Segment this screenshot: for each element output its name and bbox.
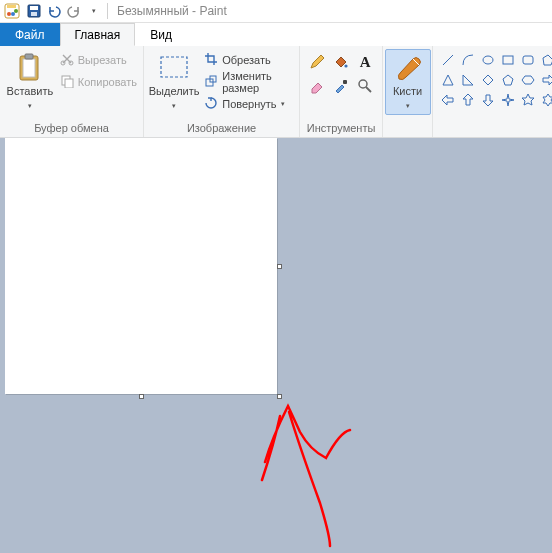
svg-rect-7 (31, 12, 37, 16)
resize-handle-se[interactable] (277, 394, 282, 399)
svg-rect-9 (23, 59, 35, 77)
svg-point-21 (483, 56, 493, 64)
group-image: Выделить▾ Обрезать Изменить размер Повер… (144, 46, 300, 137)
tab-file[interactable]: Файл (0, 23, 60, 46)
select-label: Выделить (149, 85, 200, 97)
resize-button[interactable]: Изменить размер (202, 71, 295, 93)
shape-arrow-left-icon[interactable] (439, 91, 457, 109)
select-button[interactable]: Выделить▾ (148, 49, 200, 115)
shape-right-triangle-icon[interactable] (459, 71, 477, 89)
chevron-down-icon: ▾ (406, 102, 410, 109)
svg-rect-19 (343, 80, 347, 84)
cut-label: Вырезать (78, 54, 127, 66)
crop-button[interactable]: Обрезать (202, 49, 295, 71)
chevron-down-icon: ▾ (281, 100, 285, 108)
canvas[interactable] (5, 138, 277, 394)
title-bar: ▾ Безымянный - Paint (0, 0, 552, 23)
svg-point-18 (344, 64, 347, 67)
svg-point-1 (7, 12, 11, 16)
shape-pentagon-icon[interactable] (499, 71, 517, 89)
resize-label: Изменить размер (222, 70, 293, 94)
copy-button[interactable]: Копировать (58, 71, 139, 93)
copy-label: Копировать (78, 76, 137, 88)
ribbon: Вставить▾ Вырезать Копировать Буфер обме… (0, 46, 552, 138)
redo-button[interactable] (64, 1, 84, 21)
svg-rect-6 (30, 6, 38, 10)
svg-rect-15 (161, 57, 187, 77)
picker-tool[interactable] (330, 75, 352, 97)
group-clipboard: Вставить▾ Вырезать Копировать Буфер обме… (0, 46, 144, 137)
scissors-icon (60, 52, 74, 68)
paste-label: Вставить (7, 85, 54, 97)
tab-view-label: Вид (150, 28, 172, 42)
group-image-label: Изображение (148, 120, 295, 137)
ribbon-tabs: Файл Главная Вид (0, 23, 552, 46)
group-shapes-label (437, 120, 552, 137)
resize-handle-e[interactable] (277, 264, 282, 269)
workspace (0, 138, 552, 553)
brush-icon (392, 52, 424, 84)
brushes-button[interactable]: Кисти▾ (385, 49, 431, 115)
tab-home[interactable]: Главная (60, 23, 136, 46)
shape-star6-icon[interactable] (539, 91, 552, 109)
bucket-tool[interactable] (330, 51, 352, 73)
group-brushes-label (387, 120, 428, 137)
crop-label: Обрезать (222, 54, 271, 66)
paste-button[interactable]: Вставить▾ (4, 49, 56, 115)
brushes-label: Кисти (393, 85, 422, 97)
save-button[interactable] (24, 1, 44, 21)
svg-rect-10 (25, 54, 33, 59)
shape-rect-icon[interactable] (499, 51, 517, 69)
svg-rect-22 (503, 56, 513, 64)
shape-line-icon[interactable] (439, 51, 457, 69)
tab-file-label: Файл (15, 28, 45, 42)
svg-rect-14 (65, 79, 73, 88)
text-tool[interactable]: A (354, 51, 376, 73)
select-rect-icon (158, 52, 190, 84)
group-shapes (433, 46, 552, 137)
resize-icon (204, 74, 218, 90)
shape-arrow-up-icon[interactable] (459, 91, 477, 109)
qat-customize-button[interactable]: ▾ (84, 1, 104, 21)
svg-point-3 (14, 9, 18, 13)
svg-point-20 (359, 80, 367, 88)
rotate-label: Повернуть (222, 98, 276, 110)
shape-triangle-icon[interactable] (439, 71, 457, 89)
tab-home-label: Главная (75, 28, 121, 42)
shape-curve-icon[interactable] (459, 51, 477, 69)
crop-icon (204, 52, 218, 68)
tab-view[interactable]: Вид (135, 23, 187, 46)
group-tools: A Инструменты (300, 46, 383, 137)
eraser-tool[interactable] (306, 75, 328, 97)
separator (107, 3, 108, 19)
shape-arrow-down-icon[interactable] (479, 91, 497, 109)
group-clipboard-label: Буфер обмена (4, 120, 139, 137)
shape-star4-icon[interactable] (499, 91, 517, 109)
rotate-button[interactable]: Повернуть ▾ (202, 93, 295, 115)
undo-button[interactable] (44, 1, 64, 21)
shape-star5-icon[interactable] (519, 91, 537, 109)
chevron-down-icon: ▾ (172, 102, 176, 109)
clipboard-icon (14, 52, 46, 84)
shape-diamond-icon[interactable] (479, 71, 497, 89)
shapes-gallery[interactable] (437, 49, 552, 109)
svg-rect-23 (523, 56, 533, 64)
cut-button[interactable]: Вырезать (58, 49, 139, 71)
shape-oval-icon[interactable] (479, 51, 497, 69)
shape-polygon-icon[interactable] (539, 51, 552, 69)
svg-point-2 (11, 12, 15, 16)
group-brushes: Кисти▾ (383, 46, 433, 137)
rotate-icon (204, 96, 218, 112)
resize-handle-s[interactable] (139, 394, 144, 399)
zoom-tool[interactable] (354, 75, 376, 97)
pencil-tool[interactable] (306, 51, 328, 73)
shape-roundrect-icon[interactable] (519, 51, 537, 69)
copy-icon (60, 74, 74, 90)
shape-arrow-right-icon[interactable] (539, 71, 552, 89)
shape-hexagon-icon[interactable] (519, 71, 537, 89)
window-title: Безымянный - Paint (117, 4, 227, 18)
chevron-down-icon: ▾ (28, 102, 32, 109)
group-tools-label: Инструменты (304, 120, 378, 137)
app-icon (2, 1, 22, 21)
svg-rect-4 (7, 5, 16, 8)
